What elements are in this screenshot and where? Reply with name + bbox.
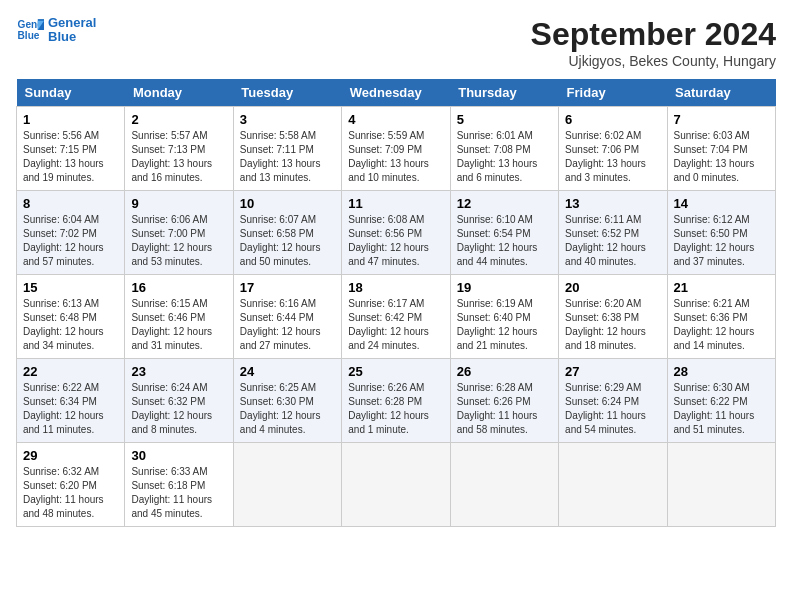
weekday-header-wednesday: Wednesday	[342, 79, 450, 107]
cell-text: Sunrise: 6:32 AMSunset: 6:20 PMDaylight:…	[23, 466, 104, 519]
calendar-cell: 22 Sunrise: 6:22 AMSunset: 6:34 PMDaylig…	[17, 359, 125, 443]
header: General Blue GeneralBlue September 2024 …	[16, 16, 776, 69]
day-number: 22	[23, 364, 118, 379]
calendar-cell: 1 Sunrise: 5:56 AMSunset: 7:15 PMDayligh…	[17, 107, 125, 191]
weekday-header-friday: Friday	[559, 79, 667, 107]
calendar-cell: 12 Sunrise: 6:10 AMSunset: 6:54 PMDaylig…	[450, 191, 558, 275]
cell-text: Sunrise: 5:57 AMSunset: 7:13 PMDaylight:…	[131, 130, 212, 183]
svg-text:Blue: Blue	[18, 31, 40, 42]
day-number: 5	[457, 112, 552, 127]
calendar-cell	[233, 443, 341, 527]
day-number: 16	[131, 280, 226, 295]
cell-text: Sunrise: 6:03 AMSunset: 7:04 PMDaylight:…	[674, 130, 755, 183]
calendar-cell: 4 Sunrise: 5:59 AMSunset: 7:09 PMDayligh…	[342, 107, 450, 191]
cell-text: Sunrise: 6:29 AMSunset: 6:24 PMDaylight:…	[565, 382, 646, 435]
day-number: 4	[348, 112, 443, 127]
calendar-cell: 30 Sunrise: 6:33 AMSunset: 6:18 PMDaylig…	[125, 443, 233, 527]
day-number: 6	[565, 112, 660, 127]
day-number: 30	[131, 448, 226, 463]
cell-text: Sunrise: 6:02 AMSunset: 7:06 PMDaylight:…	[565, 130, 646, 183]
day-number: 27	[565, 364, 660, 379]
calendar-week-row: 29 Sunrise: 6:32 AMSunset: 6:20 PMDaylig…	[17, 443, 776, 527]
calendar-cell	[667, 443, 775, 527]
day-number: 21	[674, 280, 769, 295]
cell-text: Sunrise: 5:56 AMSunset: 7:15 PMDaylight:…	[23, 130, 104, 183]
calendar-cell: 13 Sunrise: 6:11 AMSunset: 6:52 PMDaylig…	[559, 191, 667, 275]
calendar-cell: 14 Sunrise: 6:12 AMSunset: 6:50 PMDaylig…	[667, 191, 775, 275]
cell-text: Sunrise: 6:28 AMSunset: 6:26 PMDaylight:…	[457, 382, 538, 435]
month-title: September 2024	[531, 16, 776, 53]
calendar-cell: 28 Sunrise: 6:30 AMSunset: 6:22 PMDaylig…	[667, 359, 775, 443]
cell-text: Sunrise: 6:25 AMSunset: 6:30 PMDaylight:…	[240, 382, 321, 435]
day-number: 25	[348, 364, 443, 379]
calendar-cell	[342, 443, 450, 527]
cell-text: Sunrise: 5:59 AMSunset: 7:09 PMDaylight:…	[348, 130, 429, 183]
day-number: 3	[240, 112, 335, 127]
logo-text: GeneralBlue	[48, 16, 96, 45]
day-number: 9	[131, 196, 226, 211]
calendar-cell: 10 Sunrise: 6:07 AMSunset: 6:58 PMDaylig…	[233, 191, 341, 275]
day-number: 13	[565, 196, 660, 211]
calendar-cell: 2 Sunrise: 5:57 AMSunset: 7:13 PMDayligh…	[125, 107, 233, 191]
cell-text: Sunrise: 6:11 AMSunset: 6:52 PMDaylight:…	[565, 214, 646, 267]
calendar-week-row: 22 Sunrise: 6:22 AMSunset: 6:34 PMDaylig…	[17, 359, 776, 443]
calendar-cell: 18 Sunrise: 6:17 AMSunset: 6:42 PMDaylig…	[342, 275, 450, 359]
cell-text: Sunrise: 6:19 AMSunset: 6:40 PMDaylight:…	[457, 298, 538, 351]
calendar-cell: 27 Sunrise: 6:29 AMSunset: 6:24 PMDaylig…	[559, 359, 667, 443]
day-number: 12	[457, 196, 552, 211]
cell-text: Sunrise: 6:01 AMSunset: 7:08 PMDaylight:…	[457, 130, 538, 183]
calendar-cell: 11 Sunrise: 6:08 AMSunset: 6:56 PMDaylig…	[342, 191, 450, 275]
day-number: 2	[131, 112, 226, 127]
calendar-cell: 21 Sunrise: 6:21 AMSunset: 6:36 PMDaylig…	[667, 275, 775, 359]
cell-text: Sunrise: 6:06 AMSunset: 7:00 PMDaylight:…	[131, 214, 212, 267]
day-number: 8	[23, 196, 118, 211]
calendar-cell: 24 Sunrise: 6:25 AMSunset: 6:30 PMDaylig…	[233, 359, 341, 443]
day-number: 1	[23, 112, 118, 127]
cell-text: Sunrise: 6:24 AMSunset: 6:32 PMDaylight:…	[131, 382, 212, 435]
calendar-cell	[450, 443, 558, 527]
cell-text: Sunrise: 6:21 AMSunset: 6:36 PMDaylight:…	[674, 298, 755, 351]
day-number: 17	[240, 280, 335, 295]
day-number: 24	[240, 364, 335, 379]
calendar-cell: 17 Sunrise: 6:16 AMSunset: 6:44 PMDaylig…	[233, 275, 341, 359]
calendar-week-row: 1 Sunrise: 5:56 AMSunset: 7:15 PMDayligh…	[17, 107, 776, 191]
day-number: 15	[23, 280, 118, 295]
cell-text: Sunrise: 5:58 AMSunset: 7:11 PMDaylight:…	[240, 130, 321, 183]
weekday-header-row: SundayMondayTuesdayWednesdayThursdayFrid…	[17, 79, 776, 107]
calendar-cell: 8 Sunrise: 6:04 AMSunset: 7:02 PMDayligh…	[17, 191, 125, 275]
calendar-cell: 16 Sunrise: 6:15 AMSunset: 6:46 PMDaylig…	[125, 275, 233, 359]
calendar-cell: 3 Sunrise: 5:58 AMSunset: 7:11 PMDayligh…	[233, 107, 341, 191]
calendar-week-row: 15 Sunrise: 6:13 AMSunset: 6:48 PMDaylig…	[17, 275, 776, 359]
logo-icon: General Blue	[16, 16, 44, 44]
cell-text: Sunrise: 6:12 AMSunset: 6:50 PMDaylight:…	[674, 214, 755, 267]
location-subtitle: Ujkigyos, Bekes County, Hungary	[531, 53, 776, 69]
calendar-cell: 19 Sunrise: 6:19 AMSunset: 6:40 PMDaylig…	[450, 275, 558, 359]
cell-text: Sunrise: 6:17 AMSunset: 6:42 PMDaylight:…	[348, 298, 429, 351]
cell-text: Sunrise: 6:30 AMSunset: 6:22 PMDaylight:…	[674, 382, 755, 435]
calendar-cell: 26 Sunrise: 6:28 AMSunset: 6:26 PMDaylig…	[450, 359, 558, 443]
day-number: 26	[457, 364, 552, 379]
cell-text: Sunrise: 6:04 AMSunset: 7:02 PMDaylight:…	[23, 214, 104, 267]
calendar-cell: 15 Sunrise: 6:13 AMSunset: 6:48 PMDaylig…	[17, 275, 125, 359]
calendar-cell	[559, 443, 667, 527]
weekday-header-sunday: Sunday	[17, 79, 125, 107]
cell-text: Sunrise: 6:15 AMSunset: 6:46 PMDaylight:…	[131, 298, 212, 351]
cell-text: Sunrise: 6:10 AMSunset: 6:54 PMDaylight:…	[457, 214, 538, 267]
cell-text: Sunrise: 6:08 AMSunset: 6:56 PMDaylight:…	[348, 214, 429, 267]
calendar-cell: 9 Sunrise: 6:06 AMSunset: 7:00 PMDayligh…	[125, 191, 233, 275]
title-area: September 2024 Ujkigyos, Bekes County, H…	[531, 16, 776, 69]
calendar-cell: 23 Sunrise: 6:24 AMSunset: 6:32 PMDaylig…	[125, 359, 233, 443]
cell-text: Sunrise: 6:07 AMSunset: 6:58 PMDaylight:…	[240, 214, 321, 267]
weekday-header-saturday: Saturday	[667, 79, 775, 107]
weekday-header-monday: Monday	[125, 79, 233, 107]
cell-text: Sunrise: 6:26 AMSunset: 6:28 PMDaylight:…	[348, 382, 429, 435]
day-number: 20	[565, 280, 660, 295]
day-number: 10	[240, 196, 335, 211]
cell-text: Sunrise: 6:20 AMSunset: 6:38 PMDaylight:…	[565, 298, 646, 351]
calendar-week-row: 8 Sunrise: 6:04 AMSunset: 7:02 PMDayligh…	[17, 191, 776, 275]
day-number: 23	[131, 364, 226, 379]
cell-text: Sunrise: 6:22 AMSunset: 6:34 PMDaylight:…	[23, 382, 104, 435]
day-number: 29	[23, 448, 118, 463]
day-number: 28	[674, 364, 769, 379]
weekday-header-tuesday: Tuesday	[233, 79, 341, 107]
